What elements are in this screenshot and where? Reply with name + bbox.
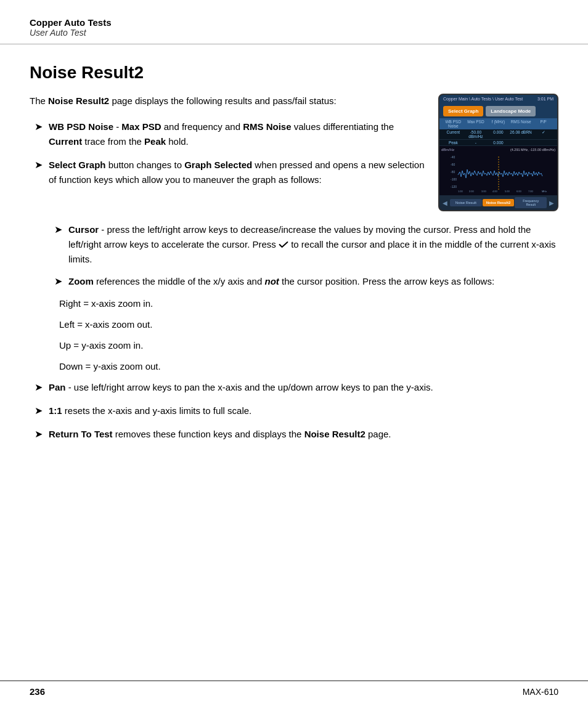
current: Current (49, 136, 82, 147)
svg-text:-100: -100 (451, 177, 457, 181)
bullet-wb-psd: ➤ WB PSD Noise - Max PSD and frequency a… (30, 120, 426, 149)
bullet-arrow-1-1: ➤ (35, 404, 43, 418)
graph-selected: Graph Selected (184, 160, 252, 170)
bullet-arrow-2: ➤ (35, 158, 43, 172)
page-container: Copper Auto Tests User Auto Test Noise R… (0, 0, 588, 714)
peak-maxpsd: - (465, 140, 488, 145)
max-psd: Max PSD (121, 121, 161, 132)
peak: Peak (144, 136, 166, 147)
device-time: 3:01 PM (537, 97, 553, 101)
svg-text:-60: -60 (451, 163, 455, 166)
wb-psd-label: WB PSD Noise (49, 121, 113, 132)
return-text: removes these function keys and displays… (113, 429, 304, 439)
header: Copper Auto Tests User Auto Test (0, 0, 588, 44)
zoom-text: references the middle of the x/y axis an… (94, 276, 265, 286)
wb-dash: - (113, 121, 121, 132)
device-current-row: Current -50.00 dBm/Hz 0.000 26.08 dBRN ✓ (439, 129, 557, 140)
one-one-label: 1:1 (49, 405, 62, 416)
chart-annotation: (4.291 MHz, -115.00 dBm/Hz) (510, 148, 555, 152)
bullet-content-1-1: 1:1 resets the x-axis and y-axis limits … (49, 404, 558, 418)
bullet-content-pan: Pan - use left/right arrow keys to pan t… (49, 380, 558, 395)
footer: 236 MAX-610 (0, 680, 588, 697)
device-select-graph-btn[interactable]: Select Graph (443, 106, 483, 116)
page-title: Noise Result2 (30, 63, 558, 83)
col-freq: f (MHz) (487, 120, 510, 128)
svg-text:-80: -80 (451, 170, 455, 174)
peak-rms (510, 140, 533, 145)
zoom-left: Left = x-axis zoom out. (30, 317, 558, 332)
svg-text:-120: -120 (451, 185, 457, 189)
trace: trace from the (82, 136, 144, 147)
device-chart-area: dBm/Hz (4.291 MHz, -115.00 dBm/Hz) -40 -… (439, 146, 557, 195)
device-buttons-row: Select Graph Landscape Mode (439, 103, 557, 118)
bullet-select-graph: ➤ Select Graph button changes to Graph S… (30, 158, 426, 187)
svg-text:1.00: 1.00 (458, 190, 463, 193)
bullet-content-return: Return To Test removes these function ke… (49, 427, 558, 442)
chart-svg: -40 -60 -80 -100 -120 1.00 2.00 3.00 4.0… (451, 153, 549, 193)
zoom-down: Down = y-axis zoom out. (30, 359, 558, 374)
zoom-right: Right = x-axis zoom in. (30, 296, 558, 311)
svg-text:6.00: 6.00 (517, 190, 522, 193)
return-label: Return To Test (49, 429, 113, 439)
device-mockup: Copper Main \ Auto Tests \ User Auto Tes… (438, 94, 558, 211)
pan-label: Pan (49, 382, 66, 392)
svg-text:4.00: 4.00 (492, 190, 498, 193)
intro-row: The Noise Result2 page displays the foll… (30, 94, 558, 211)
intro-text-start: The (30, 95, 48, 106)
current-freq: 0.000 (487, 130, 510, 139)
device-table-header: WB PSD Noise Max PSD f (MHz) RMS Noise P… (439, 118, 557, 129)
zoom-text-after: the cursor position. Press the arrow key… (279, 276, 494, 286)
device-landscape-btn[interactable]: Landscape Mode (486, 106, 536, 116)
header-title: Copper Auto Tests (30, 17, 558, 28)
bullet-arrow-1: ➤ (35, 120, 43, 134)
btn-changes: button changes to (106, 160, 185, 170)
intro-text-end: page displays the following results and … (109, 95, 337, 106)
sub-bullet-content-cursor: Cursor - press the left/right arrow keys… (68, 222, 558, 267)
content: Noise Result2 The Noise Result2 page dis… (0, 63, 588, 487)
svg-text:3.00: 3.00 (481, 190, 487, 193)
zoom-not: not (264, 276, 279, 286)
col-rms: RMS Noise (510, 120, 533, 128)
svg-text:MHz: MHz (542, 190, 547, 193)
bullet-arrow-return: ➤ (35, 427, 43, 442)
current-pf: ✓ (532, 130, 555, 139)
device-path: Copper Main \ Auto Tests \ User Auto Tes… (443, 97, 523, 101)
bullet-content-2: Select Graph button changes to Graph Sel… (49, 158, 426, 187)
page-number: 236 (30, 681, 45, 697)
product-name: MAX-610 (523, 682, 558, 697)
cursor-label: Cursor (68, 224, 99, 235)
bullet-1-1: ➤ 1:1 resets the x-axis and y-axis limit… (30, 404, 558, 418)
device-top-bar: Copper Main \ Auto Tests \ User Auto Tes… (439, 95, 557, 103)
pan-text: - use left/right arrow keys to pan the x… (66, 382, 433, 392)
col-pf: P/F (532, 120, 555, 128)
nav-tab-noise-result[interactable]: Noise Result (450, 199, 482, 206)
nav-tab-noise-result2[interactable]: Noise Result2 (483, 199, 515, 206)
peak-label: Peak (442, 140, 465, 145)
current-rms: 26.08 dBRN (510, 130, 533, 139)
checkmark-icon (279, 238, 288, 246)
col-wb: WB PSD Noise (442, 120, 465, 128)
current-label: Current (442, 130, 465, 139)
sub-bullet-arrow-zoom: ➤ (54, 274, 62, 289)
svg-text:-40: -40 (451, 155, 455, 159)
nav-arrow-left[interactable]: ◀ (441, 200, 449, 206)
device-nav-bar: ◀ Noise Result Noise Result2 Frequency R… (439, 195, 557, 210)
svg-text:7.00: 7.00 (528, 190, 534, 193)
current-maxpsd: -50.00 dBm/Hz (465, 130, 488, 139)
nav-tab-frequency-result[interactable]: Frequency Result (515, 197, 547, 208)
val-diff: values differentiating the (292, 121, 394, 132)
one-one-text: resets the x-axis and y-axis limits to f… (62, 405, 252, 416)
select-graph-label: Select Graph (49, 160, 106, 170)
and-freq: and frequency and (161, 121, 243, 132)
svg-text:5.00: 5.00 (505, 190, 510, 193)
bullet-content-1: WB PSD Noise - Max PSD and frequency and… (49, 120, 426, 149)
sub-bullet-zoom: ➤ Zoom references the middle of the x/y … (30, 274, 558, 289)
chart-y-label: dBm/Hz (441, 148, 454, 152)
hold: hold. (166, 136, 189, 147)
zoom-label: Zoom (68, 276, 94, 286)
sub-bullet-content-zoom: Zoom references the middle of the x/y ax… (68, 274, 558, 289)
col-max: Max PSD (465, 120, 488, 128)
sub-bullet-arrow-cursor: ➤ (54, 222, 62, 237)
bullet-arrow-pan: ➤ (35, 380, 43, 395)
nav-arrow-right[interactable]: ▶ (547, 200, 556, 206)
